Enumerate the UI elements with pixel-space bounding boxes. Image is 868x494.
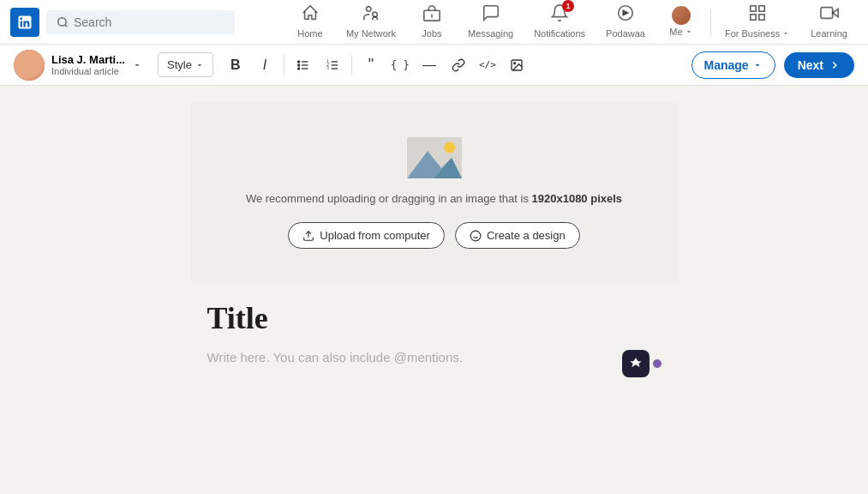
nav-item-jobs[interactable]: Jobs	[406, 0, 458, 45]
numbered-list-button[interactable]: 123	[319, 51, 346, 79]
toolbar-separator-2	[351, 55, 352, 75]
bullet-list-button[interactable]	[290, 51, 317, 79]
nav-item-messaging[interactable]: Messaging	[458, 0, 524, 45]
link-button[interactable]	[445, 51, 472, 79]
svg-point-17	[298, 64, 300, 66]
svg-point-2	[366, 7, 371, 12]
quote-button[interactable]: "	[357, 51, 385, 79]
code-inline-button[interactable]: </>	[474, 51, 501, 79]
nav-label-jobs: Jobs	[422, 28, 441, 39]
image-upload-area: We recommend uploading or dragging in an…	[190, 103, 679, 283]
divider-button[interactable]: —	[416, 51, 443, 79]
article-title[interactable]: Title	[207, 300, 661, 336]
article-body-input[interactable]: Write here. You can also include @mentio…	[207, 350, 615, 370]
home-icon	[301, 3, 320, 27]
upload-recommendation: We recommend uploading or dragging in an…	[246, 192, 622, 205]
main-content: We recommend uploading or dragging in an…	[92, 103, 777, 377]
toolbar-separator-1	[284, 55, 284, 75]
author-info: Lisa J. Marti... Individual article	[14, 50, 142, 81]
image-placeholder-icon	[407, 137, 462, 178]
nav-label-notifications: Notifications	[534, 28, 585, 39]
author-subtitle: Individual article	[51, 66, 125, 76]
nav-item-notifications[interactable]: 1 Notifications	[524, 0, 596, 45]
svg-rect-12	[820, 8, 832, 19]
ai-button[interactable]	[622, 350, 650, 377]
me-icon	[672, 6, 691, 25]
linkedin-logo[interactable]	[10, 8, 39, 37]
title-area: Title Write here. You can also include @…	[190, 300, 679, 377]
author-name: Lisa J. Marti...	[51, 53, 125, 66]
svg-point-26	[514, 62, 516, 63]
svg-point-16	[298, 61, 300, 63]
nav-label-learning: Learning	[811, 28, 847, 39]
learning-icon	[820, 3, 839, 27]
search-icon	[57, 16, 69, 28]
nav-label-me: Me	[669, 27, 692, 37]
bold-button[interactable]: B	[222, 51, 249, 79]
svg-point-0	[58, 17, 66, 25]
nav-items: Home My Network Jobs Messaging	[284, 0, 858, 45]
italic-button[interactable]: I	[251, 51, 278, 79]
nav-item-podawaa[interactable]: Podawaa	[596, 0, 655, 45]
nav-label-for-business: For Business	[725, 28, 790, 39]
svg-point-30	[444, 142, 455, 154]
svg-rect-10	[759, 15, 764, 20]
write-area: Write here. You can also include @mentio…	[207, 350, 661, 377]
svg-point-32	[470, 231, 481, 241]
for-business-icon	[748, 3, 767, 27]
style-dropdown[interactable]: Style	[158, 52, 213, 77]
svg-text:3: 3	[326, 66, 329, 70]
nav-label-podawaa: Podawaa	[606, 28, 645, 39]
upload-from-computer-button[interactable]: Upload from computer	[288, 222, 445, 249]
nav-item-for-business[interactable]: For Business	[715, 0, 800, 45]
next-button[interactable]: Next	[784, 52, 854, 78]
jobs-icon	[422, 3, 441, 27]
mynetwork-icon	[362, 3, 380, 27]
svg-point-3	[373, 12, 378, 16]
messaging-icon	[482, 3, 500, 27]
author-text: Lisa J. Marti... Individual article	[51, 53, 125, 76]
nav-item-mynetwork[interactable]: My Network	[336, 0, 406, 45]
svg-point-18	[298, 68, 300, 69]
manage-button[interactable]: Manage	[691, 51, 775, 79]
upload-from-computer-label: Upload from computer	[320, 229, 430, 242]
create-design-label: Create a design	[487, 229, 566, 242]
nav-item-learning[interactable]: Learning	[800, 0, 858, 45]
upload-icon	[302, 230, 314, 242]
top-navigation: Home My Network Jobs Messaging	[0, 0, 868, 45]
nav-label-home: Home	[297, 28, 322, 39]
purple-indicator	[653, 359, 661, 368]
svg-rect-8	[759, 6, 764, 11]
create-design-button[interactable]: Create a design	[455, 222, 580, 249]
svg-rect-9	[751, 15, 756, 20]
ai-widget	[622, 350, 661, 377]
svg-rect-7	[751, 6, 756, 11]
code-block-button[interactable]: { }	[386, 51, 414, 79]
notifications-badge: 1	[562, 0, 574, 12]
author-avatar	[14, 50, 45, 81]
nav-label-mynetwork: My Network	[346, 28, 396, 39]
search-box[interactable]	[46, 10, 235, 34]
nav-item-home[interactable]: Home	[284, 0, 336, 45]
upload-buttons: Upload from computer Create a design	[288, 222, 579, 249]
article-toolbar: Lisa J. Marti... Individual article Styl…	[0, 45, 868, 86]
podawaa-icon	[616, 3, 635, 27]
notifications-icon: 1	[550, 3, 569, 27]
svg-marker-11	[832, 9, 837, 16]
design-icon	[470, 230, 482, 242]
svg-line-1	[65, 24, 68, 27]
image-button[interactable]	[503, 51, 530, 79]
author-dropdown-icon[interactable]	[132, 60, 142, 70]
nav-label-messaging: Messaging	[468, 28, 513, 39]
nav-divider	[710, 9, 711, 36]
nav-item-me[interactable]: Me	[655, 0, 707, 45]
search-input[interactable]	[74, 15, 224, 29]
